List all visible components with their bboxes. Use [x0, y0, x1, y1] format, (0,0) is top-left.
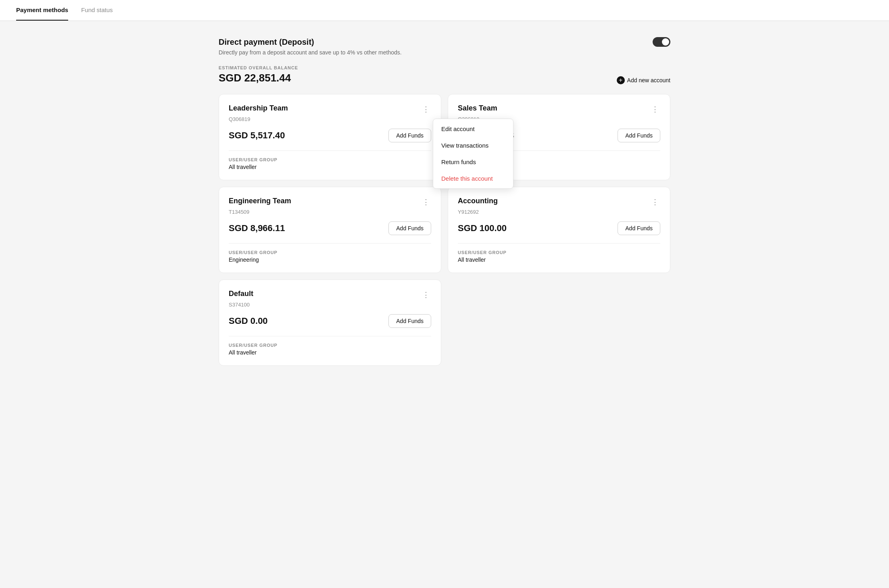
card-name-leadership: Leadership Team: [229, 104, 288, 113]
card-id-leadership: Q306819: [229, 116, 431, 122]
card-divider-leadership: [229, 150, 431, 151]
card-name-default: Default: [229, 290, 253, 298]
card-id-default: S374100: [229, 302, 431, 308]
balance-label: ESTIMATED OVERALL BALANCE: [219, 65, 298, 70]
user-group-label-default: USER/USER GROUP: [229, 343, 431, 348]
tabs-bar: Payment methods Fund status: [0, 0, 889, 21]
context-dropdown-menu: Edit account View transactions Return fu…: [433, 119, 513, 189]
card-amount-row-leadership: SGD 5,517.40 Add Funds: [229, 129, 431, 142]
plus-icon: +: [617, 76, 625, 84]
accounts-grid: Leadership Team ⋮ Q306819 SGD 5,517.40 A…: [219, 94, 670, 273]
card-name-accounting: Accounting: [458, 197, 498, 205]
card-amount-row-accounting: SGD 100.00 Add Funds: [458, 221, 660, 235]
card-name-engineering: Engineering Team: [229, 197, 291, 205]
card-header-default: Default ⋮: [229, 290, 431, 300]
add-funds-button-accounting[interactable]: Add Funds: [618, 221, 660, 235]
card-id-accounting: Y912692: [458, 209, 660, 215]
add-funds-button-leadership[interactable]: Add Funds: [388, 129, 431, 142]
add-funds-button-sales[interactable]: Add Funds: [618, 129, 660, 142]
user-group-label-leadership: USER/USER GROUP: [229, 157, 431, 162]
balance-section: ESTIMATED OVERALL BALANCE SGD 22,851.44 …: [219, 65, 670, 84]
user-group-value-leadership: All traveller: [229, 164, 431, 170]
card-divider-engineering: [229, 243, 431, 244]
account-card-leadership: Leadership Team ⋮ Q306819 SGD 5,517.40 A…: [219, 94, 441, 180]
user-group-value-engineering: Engineering: [229, 256, 431, 263]
card-amount-row-engineering: SGD 8,966.11 Add Funds: [229, 221, 431, 235]
tab-fund-status[interactable]: Fund status: [81, 0, 113, 21]
card-header-engineering: Engineering Team ⋮: [229, 197, 431, 207]
menu-button-leadership[interactable]: ⋮: [421, 104, 431, 115]
card-id-engineering: T134509: [229, 209, 431, 215]
card-amount-engineering: SGD 8,966.11: [229, 223, 285, 234]
dropdown-return-funds[interactable]: Return funds: [433, 154, 513, 170]
card-divider-accounting: [458, 243, 660, 244]
card-header-sales: Sales Team ⋮: [458, 104, 660, 115]
user-group-label-accounting: USER/USER GROUP: [458, 250, 660, 255]
user-group-value-default: All traveller: [229, 349, 431, 356]
menu-button-engineering[interactable]: ⋮: [421, 197, 431, 207]
user-group-label-engineering: USER/USER GROUP: [229, 250, 431, 255]
section-description: Directly pay from a deposit account and …: [219, 49, 670, 56]
card-header-leadership: Leadership Team ⋮: [229, 104, 431, 115]
menu-button-accounting[interactable]: ⋮: [650, 197, 660, 207]
card-amount-leadership: SGD 5,517.40: [229, 130, 285, 141]
add-funds-button-default[interactable]: Add Funds: [388, 314, 431, 328]
add-new-account-button[interactable]: + Add new account: [617, 76, 670, 84]
add-funds-button-engineering[interactable]: Add Funds: [388, 221, 431, 235]
section-title: Direct payment (Deposit): [219, 38, 314, 47]
card-amount-accounting: SGD 100.00: [458, 223, 507, 234]
add-account-label: Add new account: [627, 77, 670, 83]
card-header-accounting: Accounting ⋮: [458, 197, 660, 207]
card-name-sales: Sales Team: [458, 104, 497, 113]
tab-payment-methods[interactable]: Payment methods: [16, 0, 68, 21]
account-card-default: Default ⋮ S374100 SGD 0.00 Add Funds USE…: [219, 279, 441, 366]
menu-button-sales[interactable]: ⋮: [650, 104, 660, 115]
card-amount-default: SGD 0.00: [229, 316, 268, 326]
menu-button-default[interactable]: ⋮: [421, 290, 431, 300]
account-card-engineering: Engineering Team ⋮ T134509 SGD 8,966.11 …: [219, 187, 441, 273]
account-card-accounting: Accounting ⋮ Y912692 SGD 100.00 Add Fund…: [448, 187, 670, 273]
balance-amount: SGD 22,851.44: [219, 72, 298, 84]
dropdown-delete-account[interactable]: Delete this account: [433, 170, 513, 187]
user-group-value-accounting: All traveller: [458, 256, 660, 263]
section-header: Direct payment (Deposit): [219, 37, 670, 47]
card-amount-row-default: SGD 0.00 Add Funds: [229, 314, 431, 328]
card-divider-default: [229, 336, 431, 336]
main-content: Direct payment (Deposit) Directly pay fr…: [219, 21, 670, 382]
dropdown-edit-account[interactable]: Edit account: [433, 121, 513, 137]
deposit-toggle[interactable]: [653, 37, 670, 47]
dropdown-view-transactions[interactable]: View transactions: [433, 137, 513, 154]
